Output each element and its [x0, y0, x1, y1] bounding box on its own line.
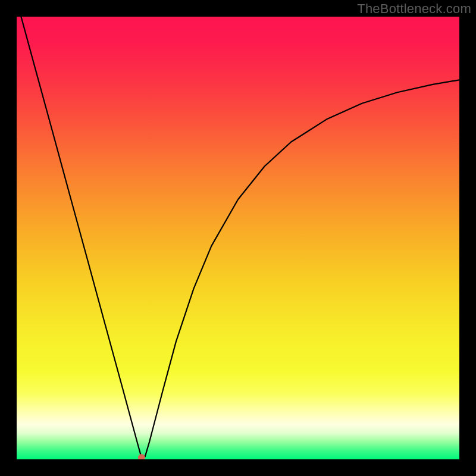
plot-area	[17, 17, 459, 459]
attribution-label: TheBottleneck.com	[357, 1, 471, 17]
curve-layer	[17, 17, 459, 459]
chart-stage: TheBottleneck.com	[0, 0, 476, 476]
bottleneck-curve	[21, 17, 459, 458]
minimum-marker	[138, 454, 145, 459]
